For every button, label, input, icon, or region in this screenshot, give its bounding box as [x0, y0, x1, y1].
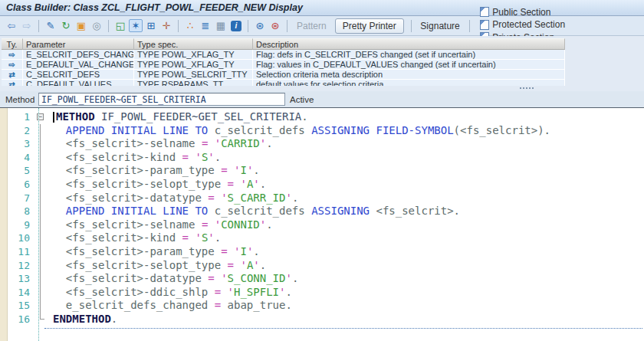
code-text: <fs_selcrit>-selname = 'CONNID'.	[53, 218, 273, 232]
fold-column	[34, 124, 53, 138]
fold-line	[40, 178, 41, 192]
fold-line	[40, 286, 41, 300]
code-line[interactable]: 6 <fs_selcrit>-selopt_type = 'A'.	[0, 178, 644, 192]
code-line[interactable]: 13 <fs_selcrit>-datatype = 'S_CONN_ID'.	[0, 272, 644, 286]
fold-end	[40, 313, 44, 320]
signature-button[interactable]: Signature	[420, 21, 459, 31]
code-line[interactable]: 5 <fs_selcrit>-param_type = 'I'.	[0, 164, 644, 178]
fold-column	[34, 259, 53, 273]
column-header[interactable]: Parameter	[23, 38, 134, 50]
parameter-name: E_DEFAULT_VAL_CHANGED	[23, 60, 134, 70]
fold-column	[34, 218, 53, 232]
code-line[interactable]: 16ENDMETHOD.	[0, 313, 644, 326]
exporting-parameter-icon: ⇨	[8, 61, 15, 69]
fold-line	[40, 192, 41, 205]
line-number: 5	[0, 164, 34, 178]
table-row[interactable]: ⇨E_SELCRIT_DEFS_CHANGEDTYPE POWL_XFLAG_T…	[2, 50, 565, 60]
description: Flag: values in C_DEFAULT_VALUES changed…	[253, 60, 565, 70]
code-text: <fs_selcrit>-ddic_shlp = 'H_SPFLI'.	[53, 286, 292, 300]
fold-column	[34, 299, 53, 313]
fold-column	[34, 164, 53, 178]
code-line[interactable]: 4 <fs_selcrit>-kind = 'S'.	[0, 151, 644, 165]
table-row[interactable]: ⇨E_DEFAULT_VAL_CHANGEDTYPE POWL_XFLAG_TY…	[2, 60, 565, 70]
column-header[interactable]: Ty.	[2, 38, 23, 50]
display-object-list-icon[interactable]: ◎	[90, 19, 104, 32]
code-line[interactable]: 7 <fs_selcrit>-datatype = 'S_CARR_ID'.	[0, 192, 644, 205]
fold-line	[40, 272, 41, 286]
line-number: 14	[0, 286, 34, 300]
separator	[108, 20, 109, 32]
code-line[interactable]: 1−METHOD IF_POWL_FEEDER~GET_SEL_CRITERIA…	[0, 110, 644, 124]
fold-column	[34, 272, 53, 286]
display-change-icon[interactable]: ✎	[44, 19, 58, 32]
fold-line	[40, 137, 41, 151]
separator	[469, 20, 470, 32]
fold-column	[34, 286, 53, 300]
code-text: <fs_selcrit>-kind = 'S'.	[53, 231, 221, 245]
fold-column	[34, 178, 53, 192]
table-row[interactable]: ⇄C_SELCRIT_DEFSTYPE POWL_SELCRIT_TTYSele…	[2, 70, 565, 80]
separator	[411, 20, 412, 32]
code-text: <fs_selcrit>-datatype = 'S_CARR_ID'.	[53, 192, 298, 205]
code-line[interactable]: 8 APPEND INITIAL LINE TO c_selcrit_defs …	[0, 205, 644, 218]
code-line[interactable]: 14 <fs_selcrit>-ddic_shlp = 'H_SPFLI'.	[0, 286, 644, 300]
class-hierarchy-icon[interactable]: ∴	[183, 19, 197, 32]
type-spec: TYPE POWL_XFLAG_TY	[134, 50, 253, 60]
fold-line	[40, 245, 41, 259]
code-editor[interactable]: 1−METHOD IF_POWL_FEEDER~GET_SEL_CRITERIA…	[0, 108, 644, 341]
code-line[interactable]: 12 <fs_selcrit>-selopt_type = 'A'.	[0, 259, 644, 273]
code-line[interactable]: 11 <fs_selcrit>-param_type = 'I'.	[0, 245, 644, 259]
code-line[interactable]: 10 <fs_selcrit>-kind = 'S'.	[0, 231, 644, 245]
column-header[interactable]: Description	[253, 38, 565, 50]
activate-icon[interactable]: ✶	[129, 19, 143, 32]
refresh-icon[interactable]: ↻	[59, 19, 73, 32]
toolbar: ⇦⇨✎↻▣◎◱✶⊞✛∴≣▦i⊛⊛ Pattern Pretty Printer …	[0, 16, 644, 36]
create-icon[interactable]: ◱	[113, 19, 127, 32]
code-line[interactable]: 9 <fs_selcrit>-selname = 'CONNID'.	[0, 218, 644, 232]
parameters-table: Ty.ParameterType spec.Description⇨E_SELC…	[2, 38, 565, 90]
type-spec: TYPE POWL_XFLAG_TY	[134, 60, 253, 70]
table-header-row: Ty.ParameterType spec.Description	[2, 38, 565, 50]
info-icon[interactable]: i	[231, 21, 242, 31]
breakpoint-icon[interactable]: ⊛	[268, 19, 282, 32]
document-icon	[480, 7, 489, 17]
method-end-divider	[44, 328, 642, 329]
line-number: 4	[0, 151, 34, 165]
fold-column	[34, 205, 53, 218]
fold-column	[34, 313, 53, 326]
line-number: 15	[0, 299, 34, 313]
fold-column	[34, 231, 53, 245]
gutter-separator	[38, 108, 39, 341]
pretty-printer-button[interactable]: Pretty Printer	[335, 18, 404, 34]
section-button-protected[interactable]: Protected Section	[480, 19, 565, 30]
code-text: <fs_selcrit>-param_type = 'I'.	[53, 245, 260, 259]
method-name-input[interactable]	[38, 93, 285, 106]
back-icon[interactable]: ⇦	[5, 19, 18, 32]
section-button-public[interactable]: Public Section	[480, 7, 550, 18]
table-settings-icon[interactable]: ▦	[214, 19, 228, 32]
code-line[interactable]: 2 APPEND INITIAL LINE TO c_selcrit_defs …	[0, 124, 644, 138]
document-icon	[480, 20, 489, 30]
where-used-icon[interactable]: ⊛	[253, 19, 267, 32]
description: Selection criteria meta description	[253, 70, 565, 80]
column-header[interactable]: Type spec.	[134, 38, 253, 50]
line-number: 10	[0, 231, 34, 245]
forward-icon[interactable]: ⇨	[20, 19, 34, 32]
toolbar-icons: ⇦⇨✎↻▣◎◱✶⊞✛∴≣▦i⊛⊛	[4, 19, 291, 32]
pane-splitter[interactable]	[0, 86, 644, 91]
navigate-icon[interactable]: ✛	[159, 19, 173, 32]
sort-icon[interactable]: ≣	[199, 19, 212, 32]
code-text: ENDMETHOD.	[53, 313, 117, 326]
fold-line	[40, 164, 41, 178]
separator	[38, 20, 39, 32]
fold-column	[34, 151, 53, 165]
code-line[interactable]: 3 <fs_selcrit>-selname = 'CARRID'.	[0, 137, 644, 151]
code-line[interactable]: 15 e_selcrit_defs_changed = abap_true.	[0, 299, 644, 313]
fold-line	[40, 299, 41, 313]
exporting-parameter-icon: ⇨	[8, 51, 15, 59]
splitter-handle[interactable]	[520, 87, 538, 90]
copy-icon[interactable]: ▣	[74, 19, 88, 32]
fold-line	[40, 259, 41, 273]
test-icon[interactable]: ⊞	[144, 19, 158, 32]
fold-column	[34, 137, 53, 151]
